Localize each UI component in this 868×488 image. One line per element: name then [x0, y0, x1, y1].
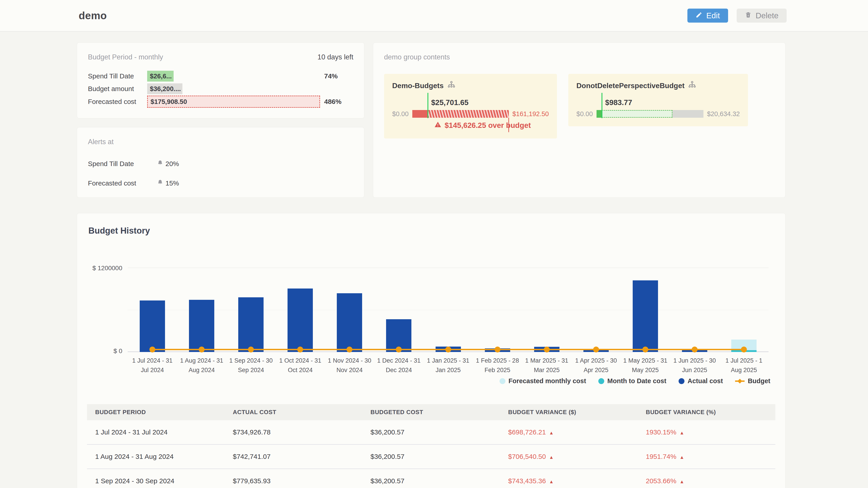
alert-threshold-value: 20% — [165, 160, 179, 168]
table-row: 1 Jul 2024 - 31 Jul 2024$734,926.78$36,2… — [87, 420, 775, 445]
table-header-cell: Budget Variance ($) — [500, 404, 638, 420]
alert-row: Forecasted cost15% — [88, 180, 353, 187]
cell-actual-cost: $779,635.93 — [225, 469, 362, 488]
group-contents-card: demo group contents Demo-Budgets$0.00$25… — [373, 42, 785, 198]
budget-history-table: Budget PeriodActual CostBudgeted CostBud… — [87, 404, 775, 488]
x-axis-label: 1 Jul 2025 - 1Aug 2025 — [694, 356, 793, 375]
chart-category-slot: 1 Jan 2025 - 31Jan 2025 — [423, 268, 473, 352]
actual-cost-bar[interactable] — [287, 289, 313, 352]
spend-segment — [596, 110, 602, 118]
budget-marker[interactable] — [593, 347, 599, 352]
budget-period-value: $36,200.... — [150, 85, 181, 93]
legend-item-actual[interactable]: Actual cost — [679, 377, 723, 385]
delete-button[interactable]: Delete — [737, 8, 786, 23]
budget-marker[interactable] — [445, 347, 451, 352]
legend-item-forecast[interactable]: Forecasted monthly cost — [500, 377, 586, 385]
main-content: Budget Period - monthly 10 days left Spe… — [0, 32, 868, 488]
forecast-segment — [601, 110, 672, 118]
budget-marker-tick — [428, 93, 428, 118]
budget-marker[interactable] — [495, 347, 500, 352]
budget-marker[interactable] — [199, 347, 205, 352]
budget-marker[interactable] — [297, 347, 303, 352]
budget-bar-max-label: $20,634.32 — [707, 110, 740, 118]
legend-label: Budget — [748, 377, 770, 385]
table-row: 1 Sep 2024 - 30 Sep 2024$779,635.93$36,2… — [87, 469, 775, 488]
chart-category-slot: 1 Sep 2024 - 30Sep 2024 — [226, 268, 276, 352]
actual-cost-bar[interactable] — [633, 281, 658, 352]
legend-label: Forecasted monthly cost — [508, 377, 586, 385]
budget-marker[interactable] — [149, 347, 155, 352]
cell-budget-period: 1 Aug 2024 - 31 Aug 2024 — [87, 445, 225, 469]
budget-period-row-label: Budget amount — [88, 85, 147, 93]
alert-row-label: Spend Till Date — [88, 160, 157, 168]
edit-button[interactable]: Edit — [687, 8, 728, 23]
edit-button-label: Edit — [706, 11, 720, 20]
budget-bar-row: $0.00$983.77$20,634.32 — [577, 110, 740, 118]
actual-cost-bar[interactable] — [337, 293, 362, 352]
budget-tile-name: DonotDeletePerspectiveBudget — [577, 80, 740, 91]
budget-bar-min-label: $0.00 — [577, 110, 593, 118]
budget-marker[interactable] — [692, 347, 698, 352]
budget-marker[interactable] — [396, 347, 402, 352]
budget-marker[interactable] — [741, 347, 747, 352]
budget-period-row: Forecasted cost$175,908.50486% — [88, 96, 353, 108]
budget-tile[interactable]: Demo-Budgets$0.00$25,701.65$161,192.50$1… — [384, 74, 557, 138]
chart-category-slot: 1 Oct 2024 - 31Oct 2024 — [276, 268, 325, 352]
cell-budget-variance-pct: 1951.74%▲ — [638, 445, 775, 469]
budget-bar-min-label: $0.00 — [392, 110, 409, 118]
budget-marker[interactable] — [248, 347, 254, 352]
budget-period-row-label: Forecasted cost — [88, 98, 147, 105]
cell-budget-period: 1 Sep 2024 - 30 Sep 2024 — [87, 469, 225, 488]
actual-cost-bar[interactable] — [140, 300, 165, 352]
variance-up-icon: ▲ — [549, 455, 554, 460]
legend-dot-icon — [598, 378, 604, 384]
legend-item-budget[interactable]: Budget — [735, 377, 770, 385]
actual-cost-bar[interactable] — [238, 297, 264, 352]
legend-label: Actual cost — [688, 377, 723, 385]
budget-period-row-label: Spend Till Date — [88, 72, 147, 80]
legend-dot-icon — [500, 378, 505, 384]
table-header-row: Budget PeriodActual CostBudgeted CostBud… — [87, 404, 775, 420]
cell-budgeted-cost: $36,200.57 — [362, 469, 500, 488]
y-axis-label-max: $ 1200000 — [92, 265, 122, 272]
table-header-cell: Budgeted Cost — [362, 404, 500, 420]
chart-category-slot: 1 Mar 2025 - 31Mar 2025 — [522, 268, 571, 352]
budget-marker[interactable] — [346, 347, 352, 352]
table-header-cell: Budget Period — [87, 404, 225, 420]
alert-row-label: Forecasted cost — [88, 180, 157, 187]
cell-budget-variance-pct: 1930.15%▲ — [638, 420, 775, 445]
legend-label: Month to Date cost — [608, 377, 666, 385]
budget-marker[interactable] — [544, 347, 550, 352]
budget-tile[interactable]: DonotDeletePerspectiveBudget$0.00$983.77… — [568, 74, 748, 126]
budget-tile-name: Demo-Budgets — [392, 80, 549, 91]
cell-budget-variance-usd: $706,540.50▲ — [500, 445, 638, 469]
chart-category-slot: 1 Nov 2024 - 30Nov 2024 — [325, 268, 374, 352]
budget-history-card: Budget History $ 1200000 $ 0 1 Jul 2024 … — [77, 213, 785, 488]
budget-name-label: DonotDeletePerspectiveBudget — [577, 82, 684, 90]
actual-cost-bar[interactable] — [189, 300, 214, 352]
chart-title: Budget History — [88, 226, 775, 236]
budget-progress-bar: $25,701.65 — [412, 110, 509, 118]
cell-budget-variance-usd: $698,726.21▲ — [500, 420, 638, 445]
budget-bar-max-label: $161,192.50 — [513, 110, 549, 118]
legend-item-mtd[interactable]: Month to Date cost — [598, 377, 666, 385]
budget-period-card: Budget Period - monthly 10 days left Spe… — [77, 42, 364, 119]
cell-actual-cost: $734,926.78 — [225, 420, 362, 445]
cell-actual-cost: $742,741.07 — [225, 445, 362, 469]
budget-history-chart: $ 1200000 $ 0 1 Jul 2024 - 31Jul 20241 A… — [128, 268, 769, 352]
budget-period-row: Budget amount$36,200.... — [88, 83, 353, 95]
legend-dot-icon — [679, 378, 684, 384]
header-actions: Edit Delete — [687, 8, 786, 23]
budget-period-percent: 74% — [324, 72, 338, 80]
cell-budgeted-cost: $36,200.57 — [362, 445, 500, 469]
budget-period-value-chip: $175,908.50 — [147, 96, 320, 108]
budget-name-label: Demo-Budgets — [392, 82, 444, 90]
y-axis-label-zero: $ 0 — [114, 348, 122, 355]
cell-budget-period: 1 Jul 2024 - 31 Jul 2024 — [87, 420, 225, 445]
budget-marker[interactable] — [643, 347, 648, 352]
days-left-label: 10 days left — [317, 53, 353, 61]
budget-period-value-chip: $26,6... — [147, 71, 174, 82]
bell-icon — [157, 160, 163, 168]
bell-icon — [157, 180, 163, 187]
budget-period-card-title: Budget Period - monthly — [88, 53, 163, 61]
